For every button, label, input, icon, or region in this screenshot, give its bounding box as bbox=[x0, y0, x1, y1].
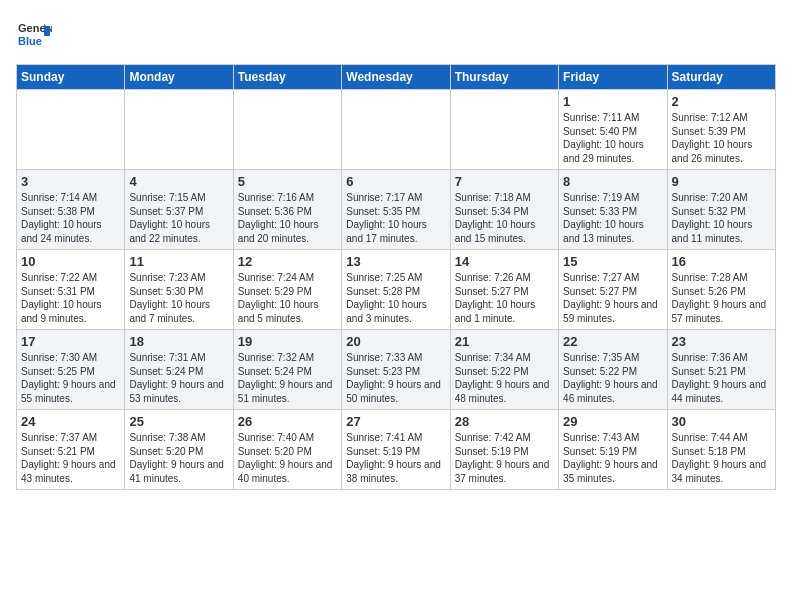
day-info: Sunrise: 7:25 AMSunset: 5:28 PMDaylight:… bbox=[346, 271, 445, 325]
day-info: Sunrise: 7:16 AMSunset: 5:36 PMDaylight:… bbox=[238, 191, 337, 245]
day-number: 17 bbox=[21, 334, 120, 349]
calendar-cell: 13Sunrise: 7:25 AMSunset: 5:28 PMDayligh… bbox=[342, 250, 450, 330]
day-number: 28 bbox=[455, 414, 554, 429]
calendar-cell bbox=[233, 90, 341, 170]
day-number: 30 bbox=[672, 414, 771, 429]
calendar-cell: 23Sunrise: 7:36 AMSunset: 5:21 PMDayligh… bbox=[667, 330, 775, 410]
calendar-table: SundayMondayTuesdayWednesdayThursdayFrid… bbox=[16, 64, 776, 490]
calendar-cell: 21Sunrise: 7:34 AMSunset: 5:22 PMDayligh… bbox=[450, 330, 558, 410]
day-number: 29 bbox=[563, 414, 662, 429]
day-number: 22 bbox=[563, 334, 662, 349]
calendar-cell: 1Sunrise: 7:11 AMSunset: 5:40 PMDaylight… bbox=[559, 90, 667, 170]
week-row-4: 17Sunrise: 7:30 AMSunset: 5:25 PMDayligh… bbox=[17, 330, 776, 410]
day-number: 12 bbox=[238, 254, 337, 269]
day-number: 15 bbox=[563, 254, 662, 269]
calendar-cell: 25Sunrise: 7:38 AMSunset: 5:20 PMDayligh… bbox=[125, 410, 233, 490]
day-info: Sunrise: 7:15 AMSunset: 5:37 PMDaylight:… bbox=[129, 191, 228, 245]
day-header-friday: Friday bbox=[559, 65, 667, 90]
day-number: 9 bbox=[672, 174, 771, 189]
day-number: 14 bbox=[455, 254, 554, 269]
day-info: Sunrise: 7:22 AMSunset: 5:31 PMDaylight:… bbox=[21, 271, 120, 325]
calendar-cell bbox=[17, 90, 125, 170]
day-info: Sunrise: 7:20 AMSunset: 5:32 PMDaylight:… bbox=[672, 191, 771, 245]
calendar-cell: 6Sunrise: 7:17 AMSunset: 5:35 PMDaylight… bbox=[342, 170, 450, 250]
week-row-1: 1Sunrise: 7:11 AMSunset: 5:40 PMDaylight… bbox=[17, 90, 776, 170]
week-row-3: 10Sunrise: 7:22 AMSunset: 5:31 PMDayligh… bbox=[17, 250, 776, 330]
calendar-cell: 11Sunrise: 7:23 AMSunset: 5:30 PMDayligh… bbox=[125, 250, 233, 330]
calendar-cell: 9Sunrise: 7:20 AMSunset: 5:32 PMDaylight… bbox=[667, 170, 775, 250]
day-number: 25 bbox=[129, 414, 228, 429]
logo: General Blue bbox=[16, 16, 52, 52]
day-header-thursday: Thursday bbox=[450, 65, 558, 90]
day-header-sunday: Sunday bbox=[17, 65, 125, 90]
day-number: 11 bbox=[129, 254, 228, 269]
day-info: Sunrise: 7:31 AMSunset: 5:24 PMDaylight:… bbox=[129, 351, 228, 405]
day-number: 19 bbox=[238, 334, 337, 349]
day-info: Sunrise: 7:43 AMSunset: 5:19 PMDaylight:… bbox=[563, 431, 662, 485]
day-number: 26 bbox=[238, 414, 337, 429]
day-info: Sunrise: 7:17 AMSunset: 5:35 PMDaylight:… bbox=[346, 191, 445, 245]
day-info: Sunrise: 7:11 AMSunset: 5:40 PMDaylight:… bbox=[563, 111, 662, 165]
calendar-cell bbox=[450, 90, 558, 170]
calendar-cell: 20Sunrise: 7:33 AMSunset: 5:23 PMDayligh… bbox=[342, 330, 450, 410]
day-number: 6 bbox=[346, 174, 445, 189]
day-number: 24 bbox=[21, 414, 120, 429]
calendar-cell: 15Sunrise: 7:27 AMSunset: 5:27 PMDayligh… bbox=[559, 250, 667, 330]
day-info: Sunrise: 7:42 AMSunset: 5:19 PMDaylight:… bbox=[455, 431, 554, 485]
day-number: 2 bbox=[672, 94, 771, 109]
day-number: 21 bbox=[455, 334, 554, 349]
header: General Blue bbox=[16, 16, 776, 52]
day-number: 23 bbox=[672, 334, 771, 349]
day-number: 1 bbox=[563, 94, 662, 109]
calendar-cell: 29Sunrise: 7:43 AMSunset: 5:19 PMDayligh… bbox=[559, 410, 667, 490]
day-number: 20 bbox=[346, 334, 445, 349]
day-info: Sunrise: 7:37 AMSunset: 5:21 PMDaylight:… bbox=[21, 431, 120, 485]
day-number: 5 bbox=[238, 174, 337, 189]
calendar-cell: 12Sunrise: 7:24 AMSunset: 5:29 PMDayligh… bbox=[233, 250, 341, 330]
calendar-cell: 22Sunrise: 7:35 AMSunset: 5:22 PMDayligh… bbox=[559, 330, 667, 410]
calendar-cell: 30Sunrise: 7:44 AMSunset: 5:18 PMDayligh… bbox=[667, 410, 775, 490]
day-number: 18 bbox=[129, 334, 228, 349]
day-info: Sunrise: 7:41 AMSunset: 5:19 PMDaylight:… bbox=[346, 431, 445, 485]
day-info: Sunrise: 7:27 AMSunset: 5:27 PMDaylight:… bbox=[563, 271, 662, 325]
day-header-tuesday: Tuesday bbox=[233, 65, 341, 90]
day-info: Sunrise: 7:23 AMSunset: 5:30 PMDaylight:… bbox=[129, 271, 228, 325]
day-info: Sunrise: 7:30 AMSunset: 5:25 PMDaylight:… bbox=[21, 351, 120, 405]
day-info: Sunrise: 7:38 AMSunset: 5:20 PMDaylight:… bbox=[129, 431, 228, 485]
calendar-cell: 19Sunrise: 7:32 AMSunset: 5:24 PMDayligh… bbox=[233, 330, 341, 410]
calendar-cell bbox=[342, 90, 450, 170]
calendar-cell: 7Sunrise: 7:18 AMSunset: 5:34 PMDaylight… bbox=[450, 170, 558, 250]
calendar-cell: 10Sunrise: 7:22 AMSunset: 5:31 PMDayligh… bbox=[17, 250, 125, 330]
day-number: 3 bbox=[21, 174, 120, 189]
day-info: Sunrise: 7:35 AMSunset: 5:22 PMDaylight:… bbox=[563, 351, 662, 405]
calendar-cell: 26Sunrise: 7:40 AMSunset: 5:20 PMDayligh… bbox=[233, 410, 341, 490]
day-number: 8 bbox=[563, 174, 662, 189]
day-info: Sunrise: 7:24 AMSunset: 5:29 PMDaylight:… bbox=[238, 271, 337, 325]
calendar-cell bbox=[125, 90, 233, 170]
logo-icon: General Blue bbox=[16, 16, 52, 52]
calendar-cell: 14Sunrise: 7:26 AMSunset: 5:27 PMDayligh… bbox=[450, 250, 558, 330]
day-number: 16 bbox=[672, 254, 771, 269]
week-row-2: 3Sunrise: 7:14 AMSunset: 5:38 PMDaylight… bbox=[17, 170, 776, 250]
calendar-cell: 17Sunrise: 7:30 AMSunset: 5:25 PMDayligh… bbox=[17, 330, 125, 410]
day-number: 13 bbox=[346, 254, 445, 269]
day-info: Sunrise: 7:26 AMSunset: 5:27 PMDaylight:… bbox=[455, 271, 554, 325]
day-header-wednesday: Wednesday bbox=[342, 65, 450, 90]
day-number: 10 bbox=[21, 254, 120, 269]
calendar-cell: 5Sunrise: 7:16 AMSunset: 5:36 PMDaylight… bbox=[233, 170, 341, 250]
calendar-cell: 24Sunrise: 7:37 AMSunset: 5:21 PMDayligh… bbox=[17, 410, 125, 490]
day-info: Sunrise: 7:32 AMSunset: 5:24 PMDaylight:… bbox=[238, 351, 337, 405]
calendar-cell: 18Sunrise: 7:31 AMSunset: 5:24 PMDayligh… bbox=[125, 330, 233, 410]
svg-marker-3 bbox=[44, 26, 50, 36]
day-header-monday: Monday bbox=[125, 65, 233, 90]
calendar-cell: 28Sunrise: 7:42 AMSunset: 5:19 PMDayligh… bbox=[450, 410, 558, 490]
svg-text:Blue: Blue bbox=[18, 35, 42, 47]
day-info: Sunrise: 7:14 AMSunset: 5:38 PMDaylight:… bbox=[21, 191, 120, 245]
day-info: Sunrise: 7:12 AMSunset: 5:39 PMDaylight:… bbox=[672, 111, 771, 165]
week-row-5: 24Sunrise: 7:37 AMSunset: 5:21 PMDayligh… bbox=[17, 410, 776, 490]
day-info: Sunrise: 7:44 AMSunset: 5:18 PMDaylight:… bbox=[672, 431, 771, 485]
calendar-cell: 8Sunrise: 7:19 AMSunset: 5:33 PMDaylight… bbox=[559, 170, 667, 250]
day-info: Sunrise: 7:19 AMSunset: 5:33 PMDaylight:… bbox=[563, 191, 662, 245]
day-info: Sunrise: 7:40 AMSunset: 5:20 PMDaylight:… bbox=[238, 431, 337, 485]
day-number: 27 bbox=[346, 414, 445, 429]
